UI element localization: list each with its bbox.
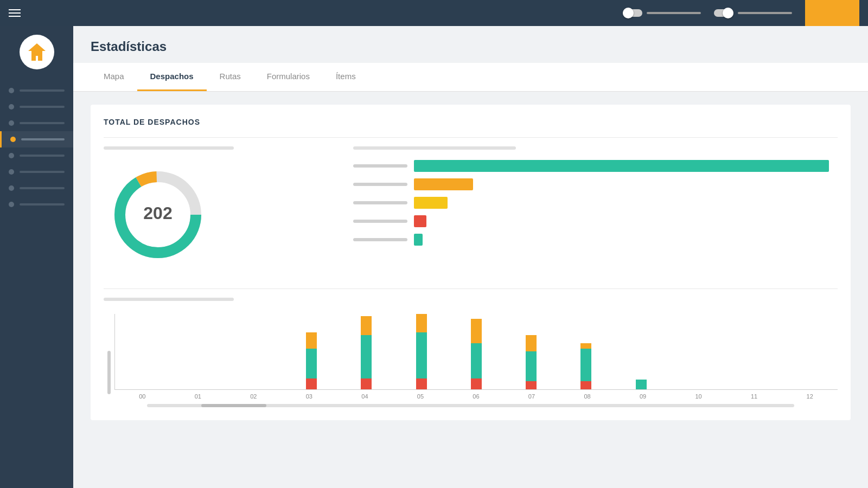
tabs-bar: Mapa Despachos Rutas Formularios Ítems xyxy=(73,63,868,92)
vbar-stack-04 xyxy=(361,316,372,389)
donut-chart: 202 xyxy=(104,160,212,269)
vbar-label-10: 10 xyxy=(671,390,726,400)
vbar-yellow-08 xyxy=(580,343,591,349)
sidebar-item-2[interactable] xyxy=(0,99,73,115)
tab-rutas[interactable]: Rutas xyxy=(207,63,254,91)
hbar-container-2 xyxy=(414,179,838,190)
vbar-section: 00010203040506070809101112 xyxy=(104,298,838,407)
hbar-bar-2 xyxy=(414,178,473,190)
svg-marker-0 xyxy=(28,43,46,61)
toggle-track-1[interactable] xyxy=(623,9,642,17)
toggle-label-2 xyxy=(738,12,792,14)
vbar-group-05 xyxy=(394,314,449,389)
sidebar-line-3 xyxy=(20,122,65,124)
vbar-label-11: 11 xyxy=(726,390,782,400)
topbar-gold-accent xyxy=(805,0,859,26)
donut-area: 202 xyxy=(104,146,331,271)
hamburger-menu[interactable] xyxy=(9,9,21,17)
hbar-bar-3 xyxy=(414,197,448,209)
hbar-label-2 xyxy=(353,183,407,186)
vbar-stack-06 xyxy=(471,319,482,389)
vbar-group-08 xyxy=(559,343,614,389)
vbar-label-09: 09 xyxy=(615,390,671,400)
scrollbar-thumb[interactable] xyxy=(201,404,266,407)
content-area: Estadísticas Mapa Despachos Rutas Formul… xyxy=(73,26,868,488)
hbar-bar-1 xyxy=(414,160,829,172)
vbar-yellow-03 xyxy=(306,332,317,349)
topbar xyxy=(0,0,868,26)
dashboard: TOTAL DE DESPACHOS xyxy=(73,92,868,488)
vbar-yellow-06 xyxy=(471,319,482,343)
hbar-container-3 xyxy=(414,197,838,208)
hbar-container-1 xyxy=(414,160,838,171)
sidebar-logo[interactable] xyxy=(20,35,54,69)
vbar-label-04: 04 xyxy=(337,390,393,400)
hbar-row-5 xyxy=(353,234,838,245)
toggle-track-2[interactable] xyxy=(714,9,733,17)
sidebar-dot-5 xyxy=(9,153,14,158)
vbar-teal-06 xyxy=(471,343,482,378)
sidebar-item-5[interactable] xyxy=(0,147,73,164)
sidebar-item-1[interactable] xyxy=(0,82,73,99)
vbar-label-08: 08 xyxy=(559,390,615,400)
hbar-area xyxy=(353,146,838,271)
hbar-label-3 xyxy=(353,201,407,204)
sidebar-dot-4 xyxy=(10,137,16,142)
vbar-label-07: 07 xyxy=(504,390,560,400)
sidebar-item-7[interactable] xyxy=(0,180,73,196)
section-title: TOTAL DE DESPACHOS xyxy=(104,118,838,126)
svg-text:202: 202 xyxy=(143,203,172,223)
sidebar-line-2 xyxy=(20,106,65,108)
vbar-label-01: 01 xyxy=(170,390,226,400)
divider-2 xyxy=(104,288,838,289)
vbar-teal-08 xyxy=(580,349,591,381)
tab-items[interactable]: Ítems xyxy=(323,63,369,91)
hbar-label-4 xyxy=(353,220,407,223)
toggle-1[interactable] xyxy=(623,9,701,17)
sidebar-item-8[interactable] xyxy=(0,196,73,213)
vbar-group-09 xyxy=(614,380,668,389)
hbar-row-2 xyxy=(353,179,838,190)
vbar-label-00: 00 xyxy=(114,390,170,400)
sidebar-line-4 xyxy=(21,138,65,140)
vbar-yellow-07 xyxy=(526,335,537,351)
hbar-label-1 xyxy=(353,164,407,168)
tab-formularios[interactable]: Formularios xyxy=(254,63,323,91)
vbar-label-12: 12 xyxy=(782,390,838,400)
vbar-yellow-04 xyxy=(361,316,372,335)
sidebar-dot-6 xyxy=(9,169,14,175)
toggle-thumb-1 xyxy=(623,8,634,18)
sidebar-item-6[interactable] xyxy=(0,164,73,180)
sidebar-dot-1 xyxy=(9,88,14,93)
sidebar-item-4[interactable] xyxy=(0,131,73,147)
vbar-yellow-05 xyxy=(416,314,427,332)
donut-subtitle-bar xyxy=(104,146,234,150)
sidebar-dot-3 xyxy=(9,120,14,126)
sidebar-dot-7 xyxy=(9,185,14,191)
hbar-container-4 xyxy=(414,216,838,227)
hbar-row-3 xyxy=(353,197,838,208)
vbar-outer: 00010203040506070809101112 xyxy=(104,314,838,400)
divider-1 xyxy=(104,137,838,138)
sidebar-line-8 xyxy=(20,203,65,206)
vbar-stack-03 xyxy=(306,332,317,389)
hbar-header xyxy=(353,146,516,150)
scrollbar-track[interactable] xyxy=(147,404,794,407)
sidebar-line-1 xyxy=(20,89,65,92)
vbar-stack-09 xyxy=(636,380,647,389)
vbar-label-02: 02 xyxy=(226,390,282,400)
topbar-left xyxy=(9,9,21,17)
vbar-label-06: 06 xyxy=(448,390,504,400)
vbar-red-06 xyxy=(471,378,482,389)
vbar-stack-07 xyxy=(526,335,537,389)
sidebar-item-3[interactable] xyxy=(0,115,73,131)
vbar-group-04 xyxy=(339,316,394,389)
tab-mapa[interactable]: Mapa xyxy=(91,63,137,91)
sidebar-dot-8 xyxy=(9,202,14,207)
toggle-2[interactable] xyxy=(714,9,792,17)
vbar-teal-03 xyxy=(306,349,317,378)
tab-despachos[interactable]: Despachos xyxy=(137,63,207,91)
sidebar xyxy=(0,26,73,488)
vbar-red-08 xyxy=(580,381,591,389)
main-layout: Estadísticas Mapa Despachos Rutas Formul… xyxy=(0,26,868,488)
